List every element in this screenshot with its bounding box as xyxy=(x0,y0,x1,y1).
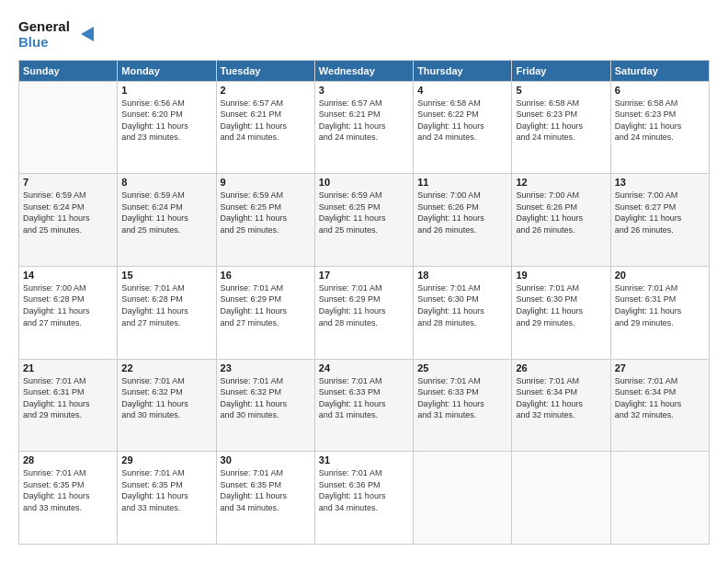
day-info: Sunrise: 7:00 AM Sunset: 6:26 PM Dayligh… xyxy=(516,190,606,236)
day-number: 26 xyxy=(516,362,606,373)
calendar-cell: 4Sunrise: 6:58 AM Sunset: 6:22 PM Daylig… xyxy=(414,81,512,174)
day-info: Sunrise: 7:01 AM Sunset: 6:33 PM Dayligh… xyxy=(417,375,507,421)
day-number: 29 xyxy=(121,454,211,465)
calendar-cell xyxy=(19,81,118,174)
calendar-cell: 20Sunrise: 7:01 AM Sunset: 6:31 PM Dayli… xyxy=(610,266,709,359)
calendar-header-row: SundayMondayTuesdayWednesdayThursdayFrid… xyxy=(19,60,710,81)
day-number: 17 xyxy=(319,270,409,281)
day-info: Sunrise: 7:01 AM Sunset: 6:29 PM Dayligh… xyxy=(319,282,409,328)
calendar-cell: 29Sunrise: 7:01 AM Sunset: 6:35 PM Dayli… xyxy=(118,452,216,545)
calendar-cell: 24Sunrise: 7:01 AM Sunset: 6:33 PM Dayli… xyxy=(314,359,413,452)
calendar-cell: 2Sunrise: 6:57 AM Sunset: 6:21 PM Daylig… xyxy=(216,81,314,174)
calendar-cell: 5Sunrise: 6:58 AM Sunset: 6:23 PM Daylig… xyxy=(512,81,610,174)
day-info: Sunrise: 6:59 AM Sunset: 6:24 PM Dayligh… xyxy=(23,190,113,236)
day-info: Sunrise: 7:01 AM Sunset: 6:32 PM Dayligh… xyxy=(221,375,311,421)
calendar-header-sunday: Sunday xyxy=(19,60,118,81)
calendar-cell: 27Sunrise: 7:01 AM Sunset: 6:34 PM Dayli… xyxy=(610,359,709,452)
day-number: 3 xyxy=(319,85,409,96)
day-number: 1 xyxy=(121,85,211,96)
logo-arrow-icon xyxy=(77,24,97,44)
day-number: 19 xyxy=(516,270,606,281)
calendar-table: SundayMondayTuesdayWednesdayThursdayFrid… xyxy=(18,60,710,546)
day-info: Sunrise: 7:01 AM Sunset: 6:30 PM Dayligh… xyxy=(417,282,507,328)
calendar-cell: 18Sunrise: 7:01 AM Sunset: 6:30 PM Dayli… xyxy=(414,266,512,359)
day-number: 31 xyxy=(319,454,409,465)
day-info: Sunrise: 7:01 AM Sunset: 6:36 PM Dayligh… xyxy=(319,467,409,513)
day-number: 23 xyxy=(221,362,311,373)
logo-general: General xyxy=(18,18,70,34)
day-info: Sunrise: 7:01 AM Sunset: 6:32 PM Dayligh… xyxy=(121,375,211,421)
day-info: Sunrise: 7:01 AM Sunset: 6:35 PM Dayligh… xyxy=(121,467,211,513)
day-number: 2 xyxy=(221,85,311,96)
day-info: Sunrise: 7:01 AM Sunset: 6:35 PM Dayligh… xyxy=(23,467,113,513)
calendar-cell: 21Sunrise: 7:01 AM Sunset: 6:31 PM Dayli… xyxy=(19,359,118,452)
calendar-cell: 15Sunrise: 7:01 AM Sunset: 6:28 PM Dayli… xyxy=(118,266,216,359)
day-info: Sunrise: 7:01 AM Sunset: 6:31 PM Dayligh… xyxy=(23,375,113,421)
calendar-week-3: 14Sunrise: 7:00 AM Sunset: 6:28 PM Dayli… xyxy=(19,266,710,359)
day-info: Sunrise: 7:01 AM Sunset: 6:34 PM Dayligh… xyxy=(615,375,705,421)
day-number: 4 xyxy=(417,85,507,96)
svg-marker-0 xyxy=(81,27,94,41)
logo-blue: Blue xyxy=(18,34,70,50)
day-info: Sunrise: 7:00 AM Sunset: 6:27 PM Dayligh… xyxy=(615,190,705,236)
calendar-week-2: 7Sunrise: 6:59 AM Sunset: 6:24 PM Daylig… xyxy=(19,174,710,267)
day-number: 14 xyxy=(23,270,113,281)
day-info: Sunrise: 7:01 AM Sunset: 6:30 PM Dayligh… xyxy=(516,282,606,328)
day-number: 20 xyxy=(615,270,705,281)
day-number: 7 xyxy=(23,177,113,188)
calendar-cell: 8Sunrise: 6:59 AM Sunset: 6:24 PM Daylig… xyxy=(118,174,216,267)
day-number: 11 xyxy=(417,177,507,188)
day-number: 25 xyxy=(417,362,507,373)
calendar-header-wednesday: Wednesday xyxy=(314,60,413,81)
day-number: 9 xyxy=(221,177,311,188)
calendar-cell: 6Sunrise: 6:58 AM Sunset: 6:23 PM Daylig… xyxy=(610,81,709,174)
page: General Blue SundayMondayTuesdayWednesda… xyxy=(0,0,728,563)
calendar-cell: 10Sunrise: 6:59 AM Sunset: 6:25 PM Dayli… xyxy=(314,174,413,267)
day-number: 12 xyxy=(516,177,606,188)
day-number: 10 xyxy=(319,177,409,188)
day-info: Sunrise: 6:59 AM Sunset: 6:25 PM Dayligh… xyxy=(221,190,311,236)
calendar-cell: 12Sunrise: 7:00 AM Sunset: 6:26 PM Dayli… xyxy=(512,174,610,267)
day-info: Sunrise: 7:00 AM Sunset: 6:26 PM Dayligh… xyxy=(417,190,507,236)
day-info: Sunrise: 7:01 AM Sunset: 6:29 PM Dayligh… xyxy=(221,282,311,328)
day-info: Sunrise: 6:59 AM Sunset: 6:24 PM Dayligh… xyxy=(121,190,211,236)
calendar-cell: 7Sunrise: 6:59 AM Sunset: 6:24 PM Daylig… xyxy=(19,174,118,267)
calendar-cell: 26Sunrise: 7:01 AM Sunset: 6:34 PM Dayli… xyxy=(512,359,610,452)
day-info: Sunrise: 6:58 AM Sunset: 6:23 PM Dayligh… xyxy=(516,98,606,144)
day-info: Sunrise: 7:01 AM Sunset: 6:35 PM Dayligh… xyxy=(221,467,311,513)
calendar-cell: 23Sunrise: 7:01 AM Sunset: 6:32 PM Dayli… xyxy=(216,359,314,452)
calendar-header-tuesday: Tuesday xyxy=(216,60,314,81)
day-info: Sunrise: 7:00 AM Sunset: 6:28 PM Dayligh… xyxy=(23,282,113,328)
day-info: Sunrise: 6:57 AM Sunset: 6:21 PM Dayligh… xyxy=(221,98,311,144)
day-info: Sunrise: 7:01 AM Sunset: 6:34 PM Dayligh… xyxy=(516,375,606,421)
day-info: Sunrise: 6:57 AM Sunset: 6:21 PM Dayligh… xyxy=(319,98,409,144)
calendar-cell: 19Sunrise: 7:01 AM Sunset: 6:30 PM Dayli… xyxy=(512,266,610,359)
calendar-cell xyxy=(610,452,709,545)
calendar-cell: 22Sunrise: 7:01 AM Sunset: 6:32 PM Dayli… xyxy=(118,359,216,452)
calendar-cell: 1Sunrise: 6:56 AM Sunset: 6:20 PM Daylig… xyxy=(118,81,216,174)
day-number: 28 xyxy=(23,454,113,465)
header: General Blue xyxy=(18,18,710,51)
day-number: 18 xyxy=(417,270,507,281)
calendar-week-1: 1Sunrise: 6:56 AM Sunset: 6:20 PM Daylig… xyxy=(19,81,710,174)
day-info: Sunrise: 7:01 AM Sunset: 6:28 PM Dayligh… xyxy=(121,282,211,328)
day-number: 21 xyxy=(23,362,113,373)
calendar-cell: 25Sunrise: 7:01 AM Sunset: 6:33 PM Dayli… xyxy=(414,359,512,452)
day-info: Sunrise: 6:58 AM Sunset: 6:23 PM Dayligh… xyxy=(615,98,705,144)
calendar-cell: 31Sunrise: 7:01 AM Sunset: 6:36 PM Dayli… xyxy=(314,452,413,545)
day-info: Sunrise: 6:56 AM Sunset: 6:20 PM Dayligh… xyxy=(121,98,211,144)
calendar-header-saturday: Saturday xyxy=(610,60,709,81)
day-number: 6 xyxy=(615,85,705,96)
day-number: 15 xyxy=(121,270,211,281)
day-info: Sunrise: 6:59 AM Sunset: 6:25 PM Dayligh… xyxy=(319,190,409,236)
calendar-cell: 13Sunrise: 7:00 AM Sunset: 6:27 PM Dayli… xyxy=(610,174,709,267)
calendar-header-friday: Friday xyxy=(512,60,610,81)
day-number: 13 xyxy=(615,177,705,188)
calendar-body: 1Sunrise: 6:56 AM Sunset: 6:20 PM Daylig… xyxy=(19,81,710,545)
calendar-week-4: 21Sunrise: 7:01 AM Sunset: 6:31 PM Dayli… xyxy=(19,359,710,452)
day-number: 30 xyxy=(221,454,311,465)
day-info: Sunrise: 7:01 AM Sunset: 6:33 PM Dayligh… xyxy=(319,375,409,421)
calendar-header-thursday: Thursday xyxy=(414,60,512,81)
day-info: Sunrise: 7:01 AM Sunset: 6:31 PM Dayligh… xyxy=(615,282,705,328)
day-number: 22 xyxy=(121,362,211,373)
